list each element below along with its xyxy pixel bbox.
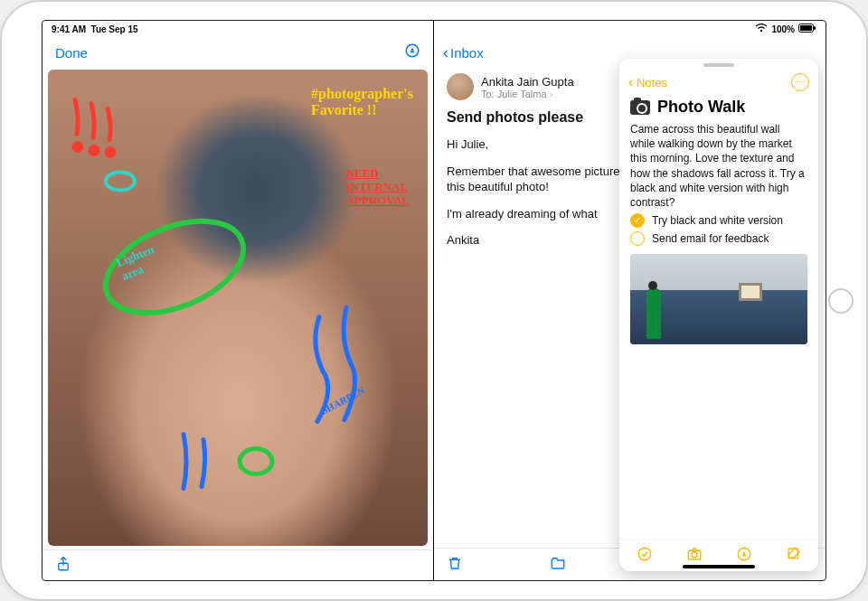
status-bar-left: 9:41 AM Tue Sep 15 xyxy=(42,21,433,37)
svg-point-8 xyxy=(760,30,762,32)
annotation-favorite: #photographer's Favorite !! xyxy=(311,86,413,118)
svg-rect-10 xyxy=(800,25,812,31)
checklist-label: Send email for feedback xyxy=(652,231,769,246)
folder-icon[interactable] xyxy=(550,555,566,575)
svg-point-4 xyxy=(106,173,135,191)
svg-point-2 xyxy=(90,147,98,155)
photo-markup-pane: 9:41 AM Tue Sep 15 Done xyxy=(42,21,434,580)
note-title[interactable]: Photo Walk xyxy=(657,98,745,117)
share-icon[interactable] xyxy=(55,556,71,576)
sender-name[interactable]: Ankita Jain Gupta xyxy=(481,75,574,89)
photo-toolbar: Done xyxy=(42,37,433,68)
done-button[interactable]: Done xyxy=(55,45,88,61)
slideover-grabber[interactable] xyxy=(703,63,734,67)
camera-icon xyxy=(630,100,650,115)
photo-bottom-toolbar xyxy=(42,549,433,580)
note-attached-photo[interactable] xyxy=(630,254,807,344)
checkbox-done-icon[interactable]: ✓ xyxy=(630,213,645,228)
notes-slideover[interactable]: ‹ Notes ⋯ Photo Walk Came across this be… xyxy=(619,59,818,571)
svg-point-13 xyxy=(638,548,651,560)
compose-note-icon[interactable] xyxy=(786,546,802,566)
avatar[interactable] xyxy=(447,73,474,100)
battery-icon xyxy=(798,23,816,34)
note-text: Came across this beautiful wall while wa… xyxy=(630,122,807,210)
svg-point-1 xyxy=(74,144,81,151)
svg-point-15 xyxy=(692,551,697,557)
battery-percent: 100% xyxy=(771,24,795,34)
screen: 9:41 AM Tue Sep 15 Done xyxy=(42,20,826,581)
note-body[interactable]: Came across this beautiful wall while wa… xyxy=(619,120,818,539)
status-bar-right: 100% xyxy=(434,21,826,37)
checklist-item-0[interactable]: ✓ Try black and white version xyxy=(630,213,807,228)
annotation-approval: NEED INTERNAL APPROVAL xyxy=(345,167,410,208)
wifi-icon xyxy=(755,23,768,34)
markup-tool-icon[interactable] xyxy=(736,546,752,566)
photo-canvas[interactable]: #photographer's Favorite !! NEED INTERNA… xyxy=(48,70,428,546)
home-button[interactable] xyxy=(828,288,854,314)
svg-point-6 xyxy=(240,449,272,474)
svg-point-3 xyxy=(107,149,114,156)
camera-tool-icon[interactable] xyxy=(686,546,703,566)
checklist-label: Try black and white version xyxy=(652,213,783,228)
markup-icon[interactable] xyxy=(404,42,420,62)
trash-icon[interactable] xyxy=(447,555,463,575)
drawing-overlay xyxy=(48,70,428,546)
ipad-device-frame: 9:41 AM Tue Sep 15 Done xyxy=(0,0,868,601)
to-line[interactable]: To: Julie Talma › xyxy=(481,89,574,99)
svg-point-5 xyxy=(92,203,256,332)
svg-rect-11 xyxy=(814,26,816,30)
checkbox-empty-icon[interactable] xyxy=(630,231,645,246)
status-time: 9:41 AM Tue Sep 15 xyxy=(52,24,138,34)
checklist-item-1[interactable]: Send email for feedback xyxy=(630,231,807,246)
mail-back-button[interactable]: ‹Inbox xyxy=(443,43,484,62)
checklist-icon[interactable] xyxy=(637,546,653,566)
notes-toolbar: ‹ Notes ⋯ xyxy=(619,69,818,96)
more-icon[interactable]: ⋯ xyxy=(791,73,809,91)
notes-back-button[interactable]: ‹ Notes xyxy=(628,74,667,90)
home-indicator[interactable] xyxy=(683,565,755,568)
